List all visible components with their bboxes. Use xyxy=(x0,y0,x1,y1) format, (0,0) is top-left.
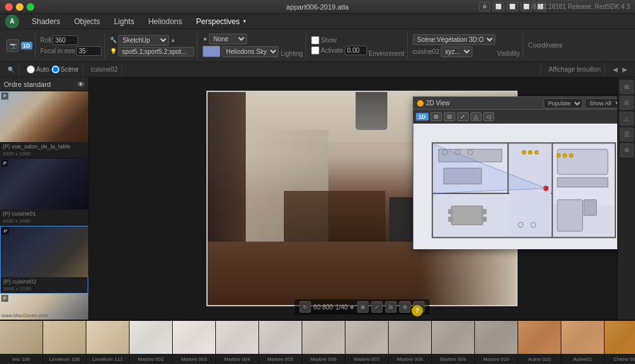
material-lino111[interactable]: Linoléum 111 xyxy=(86,321,130,364)
toolbar-camera-section: 📷 1D xyxy=(4,33,36,58)
toolbar-environment-section: Show Activate Environment xyxy=(309,33,408,58)
mat-label-lino106: lino 106 xyxy=(0,354,43,364)
material-aulne020[interactable]: Aulne 020 xyxy=(518,321,561,364)
focal-input[interactable] xyxy=(76,46,102,56)
material-aulne01[interactable]: Aulne01 xyxy=(561,321,605,364)
activate-checkbox[interactable] xyxy=(311,46,319,55)
icon-tb2[interactable]: ⬜ xyxy=(507,2,518,11)
toolbar-roll-section: Roll Focal in mm xyxy=(38,33,105,58)
scene-select[interactable]: Scène:Végétation 3D:Obj... xyxy=(413,34,495,45)
rp-icon-3[interactable]: △ xyxy=(620,112,634,126)
minimize-button[interactable] xyxy=(16,3,23,11)
icon-monitor[interactable]: 🖥 xyxy=(479,2,490,11)
menu-lights[interactable]: Lights xyxy=(107,16,140,27)
mat-swatch-chene001 xyxy=(605,321,635,354)
svg-rect-16 xyxy=(558,149,608,174)
activate-value[interactable] xyxy=(345,46,367,55)
material-marbre008[interactable]: Marbre 008 xyxy=(389,321,432,364)
order-label: Ordre standard xyxy=(4,81,51,88)
roll-input[interactable] xyxy=(53,36,78,45)
plugin-select[interactable]: SketchUp xyxy=(118,35,169,46)
tb2-left-icon: 🔍 xyxy=(4,63,19,76)
environment-label: Environment xyxy=(369,50,404,58)
scene-radio-label: Scène xyxy=(61,66,79,73)
frame-ratio: 1/40 ∗ xyxy=(335,304,354,311)
material-marbre009[interactable]: Marbre 009 xyxy=(432,321,475,364)
v2d-btn-3[interactable]: ⤢ xyxy=(457,112,469,121)
thumb-render-3 xyxy=(1,226,88,277)
icon-tb3[interactable]: ⬜ xyxy=(521,2,532,11)
maximize-button[interactable] xyxy=(27,3,34,11)
zoom-value: 60 800 xyxy=(314,304,333,311)
mat-swatch-marbre006 xyxy=(302,321,345,354)
help-button[interactable]: ? xyxy=(411,305,423,316)
auto-radio[interactable] xyxy=(27,65,35,74)
material-lino106[interactable]: lino 106 xyxy=(0,321,43,364)
thumbnail-item-1[interactable]: P (P) vue_salon_de_la_table 1920 x 1080 xyxy=(0,91,88,159)
id-badge: 1D xyxy=(21,42,32,49)
material-lino108[interactable]: Linoléum 108 xyxy=(43,321,86,364)
tb2-expand-icon[interactable]: ▶ xyxy=(622,66,627,73)
material-marbre002[interactable]: Marbre 002 xyxy=(130,321,173,364)
perspectives-dropdown-arrow: ▾ xyxy=(243,18,246,24)
menu-perspectives[interactable]: Perspectives ▾ xyxy=(190,16,252,27)
lighting-label: Lighting xyxy=(281,50,303,58)
material-marbre004[interactable]: Marbre 004 xyxy=(216,321,259,364)
tb2-collapse-icon[interactable]: ◀ xyxy=(613,66,618,73)
roll-focal-group: Roll Focal in mm xyxy=(41,36,102,56)
fit-btn[interactable]: ⊞ xyxy=(357,301,368,313)
toolbar-scene-section: Scène:Végétation 3D:Obj... cuisine02 xyz… xyxy=(410,33,523,58)
v2d-btn-2[interactable]: ⊟ xyxy=(444,112,455,121)
view2d-id-badge: 1D xyxy=(416,113,429,120)
rp-icon-5[interactable]: ⚙ xyxy=(620,143,634,157)
spot-icon: 💡 xyxy=(110,48,117,55)
menu-heliodons[interactable]: Heliodons xyxy=(142,16,188,27)
show-checkbox[interactable] xyxy=(311,36,319,44)
material-marbre003[interactable]: Marbre 003 xyxy=(173,321,216,364)
populate-select[interactable]: Populate xyxy=(544,98,583,108)
material-marbre007[interactable]: Marbre 007 xyxy=(345,321,389,364)
mat-swatch-aulne01 xyxy=(561,321,604,354)
svg-rect-10 xyxy=(448,209,453,214)
v2d-btn-5[interactable]: ◁ xyxy=(483,112,494,121)
v2d-btn-1[interactable]: ⊞ xyxy=(431,112,442,121)
settings-btn[interactable]: ⚙ xyxy=(399,301,410,313)
heliodons-select[interactable]: Heliodons Sky xyxy=(222,46,279,57)
render-lamp-shade xyxy=(356,92,387,130)
svg-rect-13 xyxy=(481,217,486,222)
rp-icon-2[interactable]: ⊟ xyxy=(620,96,634,110)
mat-label-aulne020: Aulne 020 xyxy=(518,354,561,364)
menu-objects[interactable]: Objects xyxy=(68,16,107,27)
view2d-close-btn[interactable] xyxy=(417,100,424,107)
none-select[interactable]: None xyxy=(209,34,247,44)
thumb-label-2: (P) cuisine01 xyxy=(0,209,88,218)
thumbnail-item-3[interactable]: P (P) cuisine02 3840 x 2160 xyxy=(0,226,88,294)
rp-icon-1[interactable]: ⊞ xyxy=(620,80,634,94)
mat-label-marbre009: Marbre 009 xyxy=(432,354,474,364)
view2d-panel: 2D View Populate Show All 1D ⊞ ⊟ ⤢ △ ◁ xyxy=(413,96,629,249)
close-button[interactable] xyxy=(5,3,13,11)
material-marbre006[interactable]: Marbre 006 xyxy=(302,321,345,364)
grid-btn[interactable]: ⊟ xyxy=(385,301,396,313)
xyz-select[interactable]: xyz... xyxy=(441,46,472,57)
expand-btn[interactable]: ⤢ xyxy=(371,301,382,313)
refresh-btn[interactable]: ↻ xyxy=(300,301,311,313)
toolbar-row1: 📷 1D Roll Focal in mm 🔧 SketchUp ▲ xyxy=(0,29,635,62)
material-marbre005[interactable]: Marbre 005 xyxy=(259,321,302,364)
eye-icon[interactable]: 👁 xyxy=(77,81,84,88)
mat-swatch-lino108 xyxy=(43,321,86,354)
color-swatch[interactable] xyxy=(203,46,220,57)
window-controls[interactable] xyxy=(5,3,34,11)
arrow-icon: ▲ xyxy=(170,37,176,43)
visibility-label: Visibility xyxy=(497,50,520,58)
thumbnail-image-3: P xyxy=(1,226,88,277)
v2d-btn-4[interactable]: △ xyxy=(471,112,481,121)
rp-icon-4[interactable]: ☰ xyxy=(620,127,634,141)
thumbnail-item-2[interactable]: P (P) cuisine01 1920 x 1080 xyxy=(0,159,88,226)
icon-tb1[interactable]: ⬜ xyxy=(493,2,504,11)
menu-shaders[interactable]: Shaders xyxy=(25,16,67,27)
material-marbre010[interactable]: Marbre 010 xyxy=(475,321,518,364)
spot-selector[interactable]: spot5.1;sport5.2;spot... xyxy=(118,47,194,56)
scene-radio[interactable] xyxy=(51,65,60,74)
material-chene001[interactable]: Chêne 001 xyxy=(605,321,635,364)
